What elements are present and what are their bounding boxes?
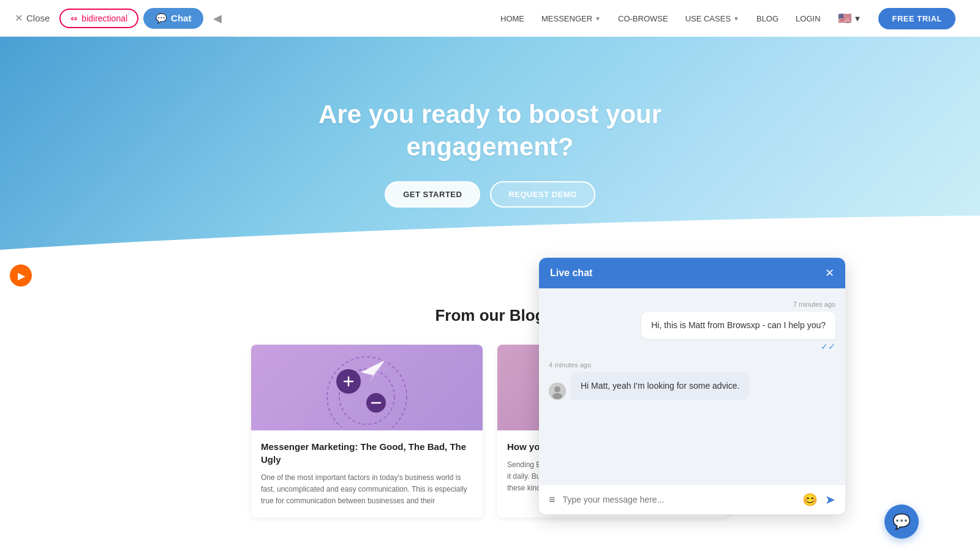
nav-use-cases[interactable]: USE CASES ▼ — [685, 14, 739, 23]
play-icon: ▶ — [18, 270, 25, 282]
message-2-time: 4 minutes ago — [549, 361, 749, 369]
message-2-row: Hi Matt, yeah I'm looking for some advic… — [549, 372, 749, 400]
svg-point-19 — [552, 393, 562, 399]
message-1-time: 7 minutes ago — [641, 301, 835, 308]
main-nav: HOME MESSENGER ▼ CO-BROWSE USE CASES ▼ B… — [476, 0, 980, 37]
card-svg-1 — [306, 348, 428, 427]
chat-icon: 💬 — [156, 13, 167, 24]
chat-close-button[interactable]: ✕ — [825, 266, 834, 280]
messenger-arrow-icon: ▼ — [595, 15, 601, 22]
message-2-bubble: Hi Matt, yeah I'm looking for some advic… — [571, 372, 749, 400]
chat-message-input[interactable] — [563, 495, 795, 504]
card-text-1: One of the most important factors in tod… — [261, 472, 473, 508]
close-icon: ✕ — [15, 12, 23, 24]
get-started-button[interactable]: GET STARTED — [385, 181, 480, 208]
hero-title: Are you ready to boost your engagement? — [318, 99, 662, 163]
lang-arrow-icon: ▼ — [854, 14, 862, 23]
message-1-text: Hi, this is Matt from Browsxp - can I he… — [651, 320, 826, 330]
nav-home[interactable]: HOME — [500, 14, 524, 23]
request-demo-button[interactable]: REQUEST DEMO — [490, 181, 595, 208]
toolbar: ✕ Close ⇔ bidirectional 💬 Chat ◀ — [0, 0, 236, 37]
collapse-button[interactable]: ◀ — [208, 9, 227, 28]
hero-section: Are you ready to boost your engagement? … — [0, 37, 980, 269]
chat-widget: Live chat ✕ 7 minutes ago Hi, this is Ma… — [539, 258, 845, 514]
card-body-1: Messenger Marketing: The Good, The Bad, … — [251, 430, 483, 517]
message-2-text: Hi Matt, yeah I'm looking for some advic… — [581, 381, 739, 391]
user-avatar — [549, 383, 566, 400]
chat-launcher-button[interactable]: 💬 — [884, 504, 919, 539]
bidirectional-button[interactable]: ⇔ bidirectional — [59, 9, 138, 28]
card-image-1 — [251, 345, 483, 430]
language-selector[interactable]: 🇺🇸 ▼ — [838, 12, 862, 25]
chat-button[interactable]: 💬 Chat — [143, 8, 203, 29]
chat-title: Live chat — [550, 268, 592, 279]
chat-launcher-icon: 💬 — [892, 513, 911, 530]
emoji-icon: 😊 — [802, 493, 818, 506]
send-icon: ➤ — [825, 493, 835, 506]
avatar-icon — [549, 383, 566, 400]
chat-messages: 7 minutes ago Hi, this is Matt from Brow… — [539, 288, 845, 484]
message-2: 4 minutes ago Hi Matt, yeah I'm looking … — [549, 361, 749, 400]
chat-header: Live chat ✕ — [539, 258, 845, 288]
chat-input-area: ≡ 😊 ➤ — [539, 484, 845, 514]
hero-buttons: GET STARTED REQUEST DEMO — [385, 181, 595, 208]
chat-label: Chat — [171, 13, 191, 23]
blog-card-1: Messenger Marketing: The Good, The Bad, … — [251, 345, 483, 517]
bidirectional-icon: ⇔ — [70, 13, 78, 23]
chat-menu-icon[interactable]: ≡ — [549, 493, 556, 506]
send-button[interactable]: ➤ — [825, 492, 835, 507]
nav-cobrowse[interactable]: CO-BROWSE — [618, 14, 668, 23]
close-button[interactable]: ✕ Close — [10, 10, 55, 26]
svg-point-18 — [554, 386, 560, 392]
flag-icon: 🇺🇸 — [838, 12, 851, 25]
message-1-ticks: ✓✓ — [641, 342, 835, 351]
nav-login[interactable]: LOGIN — [796, 14, 820, 23]
use-cases-arrow-icon: ▼ — [733, 15, 739, 22]
bidirectional-label: bidirectional — [81, 13, 127, 23]
close-label: Close — [26, 13, 50, 23]
play-button[interactable]: ▶ — [10, 264, 32, 287]
message-1-bubble: Hi, this is Matt from Browsxp - can I he… — [641, 312, 835, 339]
emoji-button[interactable]: 😊 — [802, 492, 818, 507]
collapse-icon: ◀ — [213, 12, 222, 24]
free-trial-button[interactable]: FREE TRIAL — [878, 8, 956, 29]
nav-messenger[interactable]: MESSENGER ▼ — [541, 14, 601, 23]
svg-point-1 — [327, 357, 407, 427]
card-title-1: Messenger Marketing: The Good, The Bad, … — [261, 440, 473, 466]
nav-blog[interactable]: BLOG — [756, 14, 778, 23]
message-1: 7 minutes ago Hi, this is Matt from Brow… — [641, 301, 835, 351]
